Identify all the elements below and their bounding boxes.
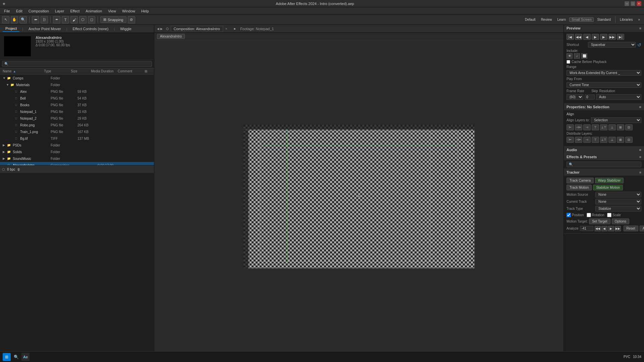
workspace-standard[interactable]: Standard [595, 18, 613, 21]
tool-stamp[interactable]: ⬡ [79, 16, 87, 23]
range-select[interactable]: Work Area Extended By Current _ [567, 70, 641, 76]
dist-bottom-button[interactable]: ⊥ [608, 137, 616, 143]
include-overlays-icon[interactable]: ⬜ [581, 53, 587, 59]
tool-arrow[interactable]: ↖ [2, 16, 9, 23]
tool-text[interactable]: T [62, 16, 69, 23]
tool-brush[interactable]: 🖌 [70, 16, 78, 23]
list-item[interactable]: ▶ □ Books PNG file 37 KB [0, 102, 154, 108]
extend-icon[interactable]: » [636, 18, 642, 21]
apply-button[interactable]: Apply [640, 226, 644, 231]
list-item[interactable]: ▶ □ Train_1.png PNG file 167 KB [0, 128, 154, 135]
dist-top-button[interactable]: ⊤ [592, 137, 599, 143]
menu-animation[interactable]: Animation [83, 8, 105, 14]
align-right-button[interactable]: ⊣ [583, 124, 591, 130]
align-extra-2[interactable]: ⊡ [625, 124, 633, 130]
preview-prev-button[interactable]: ◀◀ [575, 34, 582, 40]
tool-shape[interactable]: ◻ [88, 16, 95, 23]
shortcut-refresh-icon[interactable]: ↺ [637, 42, 641, 48]
tab-project[interactable]: Project [3, 26, 19, 32]
menu-file[interactable]: File [1, 8, 13, 14]
dist-right-button[interactable]: ⊣ [583, 137, 591, 143]
skip-input[interactable] [585, 95, 595, 100]
dist-extra-1[interactable]: ⊞ [617, 137, 624, 143]
breadcrumb-item[interactable]: AlexandraIntro [157, 34, 185, 39]
workspace-learn[interactable]: Learn [555, 18, 568, 21]
dist-center-h-button[interactable]: ⊣⊢ [575, 137, 582, 143]
menu-composition[interactable]: Composition [26, 8, 52, 14]
analyze-forward-button[interactable]: ▶▶ [615, 226, 621, 231]
list-item[interactable]: ▶ 📁 PSDs Folder [0, 142, 154, 148]
preview-play-button[interactable]: ▶ [592, 34, 599, 40]
align-top-button[interactable]: ⊤ [592, 124, 599, 130]
analyze-next-button[interactable]: ▶ [608, 226, 614, 231]
dist-center-v-button[interactable]: ⊥⊤ [600, 137, 607, 143]
align-layers-select[interactable]: Selection [591, 117, 641, 123]
preview-next-button[interactable]: ▶▶ [608, 34, 616, 40]
project-search-input[interactable] [2, 61, 152, 67]
list-item[interactable]: ▶ □ Notepad_1 PNG file 15 KB [0, 108, 154, 115]
preview-last-button[interactable]: ▶| [617, 34, 624, 40]
menu-layer[interactable]: Layer [52, 8, 67, 14]
menu-view[interactable]: View [105, 8, 119, 14]
scale-checkbox[interactable] [607, 213, 611, 217]
list-item[interactable]: ▶ 📁 Solids Folder [0, 148, 154, 155]
tab-anchor-point-mover[interactable]: Anchor Point Mover [26, 26, 64, 32]
tab-footage[interactable]: Footage: Notepad_1 [237, 26, 276, 32]
menu-edit[interactable]: Edit [13, 8, 25, 14]
list-item-alexandraintro[interactable]: ▶ ⬡ AlexandraIntro Composition 0:00:17:0… [0, 162, 154, 165]
list-item[interactable]: ▼ 📁 Comps Folder [0, 75, 154, 81]
dist-extra-2[interactable]: ⊡ [625, 137, 633, 143]
libraries-button[interactable]: Libraries [618, 18, 635, 21]
effects-options-icon[interactable]: ≡ [639, 155, 641, 159]
position-checkbox[interactable] [567, 213, 571, 217]
align-left-button[interactable]: ⊢ [567, 124, 574, 130]
track-motion-button[interactable]: Track Motion [567, 185, 592, 190]
align-bottom-button[interactable]: ⊥ [608, 124, 616, 130]
align-center-v-button[interactable]: ⊥⊤ [600, 124, 607, 130]
track-camera-button[interactable]: Track Camera [567, 178, 594, 183]
properties-header[interactable]: Properties: No Selection ≡ [564, 104, 644, 110]
tool-forward[interactable]: ⟩⟩ [41, 16, 48, 23]
list-item[interactable]: ▶ □ Alex PNG file 59 KB [0, 88, 154, 95]
reset-button[interactable]: Reset [624, 226, 638, 231]
tool-zoom[interactable]: 🔍 [19, 16, 27, 23]
preview-options-icon[interactable]: ≡ [639, 26, 641, 30]
shortcut-select[interactable]: Spacebar [588, 42, 636, 48]
audio-header[interactable]: Audio ≡ [564, 146, 644, 153]
menu-effect[interactable]: Effect [67, 8, 82, 14]
effects-search-input[interactable] [567, 162, 641, 167]
motion-source-select[interactable]: None [595, 192, 641, 197]
maximize-button[interactable]: □ [631, 1, 635, 6]
frame-rate-select[interactable]: (60) [567, 94, 583, 100]
options-button[interactable]: Options [612, 219, 629, 224]
tool-pen[interactable]: ✒ [53, 16, 60, 23]
tab-effect-controls[interactable]: Effect Controls (none) [70, 26, 111, 32]
align-extra-1[interactable]: ⊞ [617, 124, 624, 130]
menu-window[interactable]: Window [119, 8, 138, 14]
workspace-review[interactable]: Review [539, 18, 554, 21]
list-item[interactable]: ▶ □ Robo.png PNG file 264 KB [0, 122, 154, 128]
tracker-options-icon[interactable]: ≡ [639, 171, 641, 174]
tool-back[interactable]: ⬅ [32, 16, 39, 23]
cache-checkbox[interactable] [567, 60, 570, 64]
include-audio-icon[interactable]: ♪ [574, 53, 580, 59]
include-video-icon[interactable]: 👁 [567, 53, 573, 59]
list-item[interactable]: ▶ 📁 SoundMusic Folder [0, 155, 154, 162]
list-item[interactable]: ▼ 📁 Materials Folder [0, 81, 154, 88]
tool-magnet[interactable]: ⊘ [128, 16, 135, 23]
analyze-back-button[interactable]: ◀◀ [595, 226, 601, 231]
taskbar-start-button[interactable]: ⊞ [3, 353, 11, 361]
taskbar-ae-button[interactable]: Ae [21, 353, 30, 361]
preview-prev-frame-button[interactable]: ◀ [583, 34, 591, 40]
track-type-select[interactable]: Stabilize [595, 206, 641, 212]
tab-close-comp[interactable]: ✕ [225, 27, 228, 31]
warp-stabilizer-button[interactable]: Warp Stabilizer [595, 178, 624, 183]
minimize-button[interactable]: ─ [625, 1, 629, 6]
workspace-default[interactable]: Default [523, 18, 538, 21]
project-trash-icon[interactable]: 🗑 [17, 168, 20, 171]
taskbar-search-button[interactable]: 🔍 [12, 353, 20, 361]
analyze-prev-button[interactable]: ◀ [601, 226, 607, 231]
set-target-button[interactable]: Set Target [589, 219, 610, 224]
project-options-icon[interactable]: ⊞ [145, 69, 151, 73]
tab-wiggle[interactable]: Wiggle [117, 26, 134, 32]
